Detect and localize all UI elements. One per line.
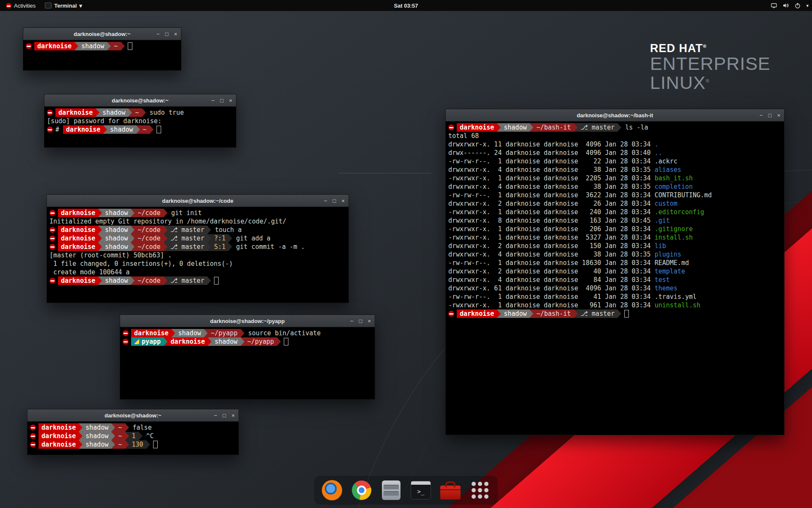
window-titlebar[interactable]: darknoise@shadow:~ − □ × — [44, 94, 236, 107]
prompt-segment-user: darknoise — [58, 226, 98, 234]
powerline-arrow-icon — [79, 440, 82, 449]
file-name: .gitignore — [655, 225, 693, 233]
prompt-segment-path: ~/pyapp — [208, 329, 240, 337]
prompt-segment-user: darknoise — [38, 432, 79, 440]
terminal-line: -rwxrwxr-x. 1 darknoise darknoise 240 Ja… — [448, 208, 782, 216]
terminal-line: drwxrwxr-x. 4 darknoise darknoise 38 Jan… — [448, 182, 782, 191]
dock-terminal-icon[interactable]: >_ — [410, 479, 432, 501]
powerline-arrow-icon — [171, 329, 175, 337]
powerline-arrow-icon — [164, 276, 167, 285]
window-titlebar[interactable]: darknoise@shadow:~/pyapp − □ × — [120, 315, 375, 327]
terminal-text: -rw-rw-r--. 1 darknoise darknoise 22 Jan… — [448, 157, 655, 166]
powerline-arrow-icon — [131, 209, 134, 217]
dock-app-grid-icon[interactable] — [469, 479, 491, 501]
window-titlebar[interactable]: darknoise@shadow:~/bash-it − □ × — [446, 109, 784, 121]
maximize-button[interactable]: □ — [223, 413, 226, 418]
terminal-text: total 68 — [448, 132, 479, 140]
terminal-content[interactable]: darknoiseshadow~/code git initInitialize… — [47, 207, 348, 287]
terminal-line: -rwxrwxr-x. 1 darknoise darknoise 206 Ja… — [448, 225, 782, 233]
terminal-text: drwxrwxr-x. 4 darknoise darknoise 38 Jan… — [448, 166, 655, 174]
powerline-arrow-icon — [98, 209, 102, 217]
dock: >_ — [314, 476, 498, 505]
maximize-button[interactable]: □ — [220, 98, 224, 103]
terminal-content[interactable]: darknoiseshadow~/bash-it⎇ master ls -lat… — [446, 121, 784, 320]
close-button[interactable]: × — [368, 318, 371, 324]
dock-firefox-icon[interactable] — [321, 479, 343, 501]
prompt-segment-user: darknoise — [58, 209, 98, 217]
terminal-window: darknoise@shadow:~/code − □ × darknoises… — [47, 194, 349, 303]
minimize-button[interactable]: − — [214, 413, 217, 418]
terminal-line: darknoiseshadow~1 ^C — [30, 432, 236, 440]
prompt-segment-user: darknoise — [457, 123, 497, 132]
powerline-arrow-icon — [139, 432, 143, 440]
terminal-text: sudo true — [146, 108, 184, 117]
dock-toolbox-icon[interactable] — [439, 479, 461, 501]
minimize-button[interactable]: − — [324, 198, 327, 204]
terminal-content[interactable]: darknoiseshadow~/pyapp source bin/activa… — [120, 327, 375, 348]
terminal-content[interactable]: darknoiseshadow~ falsedarknoiseshadow~1 … — [27, 422, 239, 450]
terminal-cursor — [156, 126, 161, 133]
maximize-button[interactable]: □ — [165, 31, 169, 37]
file-name: completion — [655, 182, 693, 191]
dock-chrome-icon[interactable] — [351, 479, 373, 501]
terminal-text: git add a — [232, 234, 270, 243]
redhat-logo-icon — [6, 3, 11, 8]
window-titlebar[interactable]: darknoise@shadow:~ − □ × — [27, 409, 239, 422]
powerline-arrow-icon — [228, 243, 232, 251]
terminal-text: drwxrwxr-x. 8 darknoise darknoise 163 Ja… — [448, 216, 655, 225]
terminal-text: -rw-rw-r--. 1 darknoise darknoise 3622 J… — [448, 191, 655, 199]
prompt-segment-path: ~/code — [134, 209, 163, 217]
terminal-text: -rw-rw-r--. 1 darknoise darknoise 18630 … — [448, 259, 655, 267]
terminal-text: drwx------. 24 darknoise darknoise 4096 … — [448, 149, 655, 157]
close-button[interactable]: × — [777, 113, 780, 118]
terminal-text: drwxrwxr-x. 11 darknoise darknoise 4096 … — [448, 140, 655, 149]
minimize-button[interactable]: − — [156, 31, 160, 37]
terminal-content[interactable]: darknoiseshadow~ sudo true[sudo] passwor… — [44, 107, 236, 135]
minimize-button[interactable]: − — [760, 113, 763, 118]
terminal-cursor — [128, 42, 132, 50]
prompt-segment-git: ⎇ master — [167, 276, 208, 285]
powerline-arrow-icon — [617, 309, 621, 318]
terminal-window: darknoise@shadow:~ − □ × darknoiseshadow… — [23, 28, 181, 71]
terminal-text: -rwxrwxr-x. 1 darknoise darknoise 2205 J… — [448, 174, 655, 182]
prompt-segment-host: shadow — [211, 337, 240, 346]
powerline-arrow-icon — [131, 276, 134, 285]
powerline-arrow-icon — [98, 234, 102, 243]
prompt-segment-path: ~/bash-it — [533, 123, 573, 132]
prompt-segment-git: ⎇ master — [578, 309, 618, 318]
window-title: darknoise@shadow:~/code — [47, 198, 348, 204]
close-button[interactable]: × — [341, 198, 345, 204]
redhat-prompt-icon — [30, 442, 36, 447]
file-name: test — [655, 276, 670, 284]
activities-button[interactable]: Activities — [4, 0, 37, 11]
minimize-button[interactable]: − — [211, 98, 215, 103]
close-button[interactable]: × — [174, 31, 177, 37]
clock[interactable]: Sat 03:57 — [394, 3, 418, 9]
maximize-button[interactable]: □ — [359, 318, 362, 324]
prompt-segment-user: darknoise — [38, 423, 79, 432]
maximize-button[interactable]: □ — [333, 198, 336, 204]
minimize-button[interactable]: − — [350, 318, 354, 324]
close-button[interactable]: × — [229, 98, 232, 103]
terminal-text: [master (root-commit) 50bcb63] . — [49, 251, 172, 260]
terminal-line: drwxrwxr-x. 8 darknoise darknoise 163 Ja… — [448, 216, 782, 225]
terminal-text: drwxrwxr-x. 2 darknoise darknoise 26 Jan… — [448, 199, 655, 208]
close-button[interactable]: × — [231, 413, 235, 418]
window-titlebar[interactable]: darknoise@shadow:~ − □ × — [23, 28, 181, 40]
window-titlebar[interactable]: darknoise@shadow:~/code − □ × — [47, 195, 348, 207]
dock-files-icon[interactable] — [380, 479, 402, 501]
maximize-button[interactable]: □ — [768, 113, 772, 118]
prompt-segment-path: ~/code — [134, 234, 163, 243]
redhat-prompt-icon — [49, 278, 55, 284]
prompt-segment-host: shadow — [82, 423, 111, 432]
system-tray[interactable]: ▾ — [771, 2, 809, 9]
prompt-segment-host: shadow — [102, 276, 131, 285]
app-menu-terminal[interactable]: Terminal ▾ — [45, 3, 82, 9]
terminal-content[interactable]: darknoiseshadow~ — [23, 40, 181, 52]
prompt-segment-user: darknoise — [58, 276, 98, 285]
powerline-arrow-icon — [79, 423, 82, 432]
terminal-text: git commit -a -m . — [232, 243, 305, 251]
redhat-prompt-icon — [123, 330, 129, 336]
powerline-arrow-icon — [228, 234, 232, 243]
terminal-text: false — [129, 423, 152, 432]
